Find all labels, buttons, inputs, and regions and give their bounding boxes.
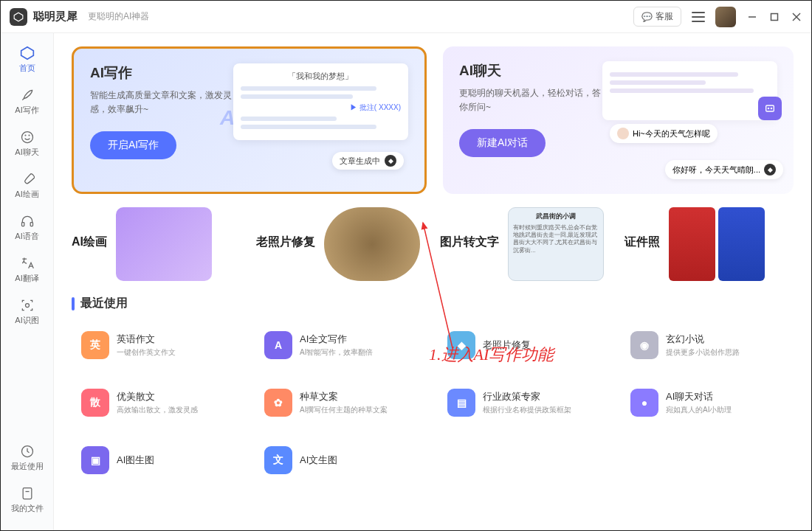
svg-marker-0: [14, 13, 23, 21]
section-title-recent: 最近使用: [72, 296, 794, 311]
hero-chat-title: AI聊天: [459, 61, 602, 80]
recent-item-subtitle: 根据行业名称提供政策框架: [483, 405, 601, 415]
headphone-icon: [19, 213, 35, 229]
recent-item-icon: ▤: [447, 389, 475, 417]
recent-item[interactable]: AAI全文写作AI智能写作，效率翻倍: [255, 322, 427, 369]
recent-item-subtitle: AI智能写作，效率翻倍: [300, 347, 418, 358]
hexagon-icon: ◆: [764, 164, 776, 176]
recent-item-title: AI全文写作: [300, 333, 418, 346]
mock-chat-window: [602, 61, 777, 120]
recent-item-subtitle: 提供更多小说创作思路: [666, 347, 784, 358]
svg-rect-9: [21, 223, 24, 226]
app-subtitle: 更聪明的AI神器: [88, 10, 149, 23]
feature-row: AI绘画 老照片修复 图片转文字武昌街的小调有时候到重庆路买书,总会不自觉地跳武…: [72, 207, 794, 281]
generating-pill: 文章生成中◆: [332, 152, 404, 170]
recent-item-subtitle: AI撰写任何主题的种草文案: [300, 405, 418, 415]
feature-card-photo-restore[interactable]: 老照片修复: [256, 207, 426, 281]
sidebar-item-files[interactable]: 我的文件: [5, 481, 49, 518]
user-avatar[interactable]: [715, 7, 736, 27]
user-avatar-icon: [617, 128, 629, 139]
svg-rect-10: [30, 223, 32, 226]
scan-icon: [19, 297, 35, 313]
recent-item-title: 行业政策专家: [483, 390, 601, 403]
titlebar-right: 💬 客服: [633, 7, 802, 27]
sidebar-item-paint[interactable]: AI绘画: [5, 167, 49, 204]
sidebar-item-home[interactable]: 首页: [5, 41, 49, 78]
recent-item[interactable]: 散优美散文高效输出散文，激发灵感: [72, 379, 244, 426]
ocr-preview-image: 武昌街的小调有时候到重庆路买书,总会不自觉地跳武昌街去走一回,最近发现武昌街大大…: [508, 207, 604, 281]
recent-grid: 英英语作文一键创作英文作文AAI全文写作AI智能写作，效率翻倍◆老照片修复◉玄幻…: [72, 322, 794, 484]
svg-rect-13: [23, 488, 32, 499]
hero-writing-desc: 智能生成高质量文章和文案，激发灵感，效率飙升~: [90, 88, 233, 117]
recent-item[interactable]: ✿种草文案AI撰写任何主题的种草文案: [255, 379, 427, 426]
feature-card-paint[interactable]: AI绘画: [72, 207, 241, 281]
maximize-button[interactable]: [768, 11, 780, 23]
paint-preview-image: [116, 207, 212, 281]
recent-item-title: 种草文案: [300, 390, 418, 403]
feature-card-ocr[interactable]: 图片转文字武昌街的小调有时候到重庆路买书,总会不自觉地跳武昌街去走一回,最近发现…: [440, 207, 610, 281]
svg-point-6: [21, 132, 32, 143]
id-photo-preview-image: [669, 207, 765, 281]
chat-bubble-answer: 你好呀，今天天气晴朗...◆: [665, 160, 783, 179]
recent-item-subtitle: 宛如真人的AI小助理: [666, 405, 784, 415]
hero-chat-desc: 更聪明的聊天机器人，轻松对话，答你所问~: [459, 86, 602, 114]
recent-item-icon: ✿: [264, 389, 292, 417]
translate-icon: [19, 255, 35, 271]
sidebar-item-ocr[interactable]: AI识图: [5, 293, 49, 330]
recent-item-icon: ●: [630, 389, 658, 417]
recent-item[interactable]: 英英语作文一键创作英文作文: [72, 322, 244, 369]
hamburger-menu-icon[interactable]: [692, 12, 705, 22]
app-logo-icon: [10, 8, 27, 26]
recent-item-icon: 英: [81, 331, 109, 359]
recent-item-title: 玄幻小说: [666, 333, 784, 346]
recent-item-icon: A: [264, 331, 292, 359]
new-ai-chat-button[interactable]: 新建AI对话: [459, 129, 546, 157]
recent-item-icon: 散: [81, 389, 109, 417]
recent-item-title: 老照片修复: [483, 339, 601, 352]
recent-item-subtitle: 一键创作英文作文: [117, 347, 235, 358]
recent-item-title: AI聊天对话: [666, 390, 784, 403]
sidebar-item-writing[interactable]: AI写作: [5, 83, 49, 120]
feature-card-id-photo[interactable]: 证件照: [625, 207, 794, 281]
recent-item-icon: 文: [264, 446, 292, 474]
feather-icon: [19, 87, 35, 103]
recent-item[interactable]: 文AI文生图: [255, 437, 427, 484]
recent-item[interactable]: ▣AI图生图: [72, 437, 244, 484]
svg-point-8: [29, 135, 30, 136]
chat-fab-icon: [758, 97, 782, 120]
hero-card-writing[interactable]: AI写作 智能生成高质量文章和文案，激发灵感，效率飙升~ 开启AI写作 AI 「…: [72, 46, 427, 194]
main-content: AI写作 智能生成高质量文章和文案，激发灵感，效率飙升~ 开启AI写作 AI 「…: [54, 33, 811, 530]
chat-bubble-icon: 💬: [641, 12, 653, 22]
sidebar-item-recent[interactable]: 最近使用: [5, 439, 49, 476]
recent-item[interactable]: ▤行业政策专家根据行业名称提供政策框架: [438, 379, 610, 426]
svg-point-16: [768, 108, 768, 108]
minimize-button[interactable]: [746, 11, 758, 23]
start-ai-writing-button[interactable]: 开启AI写作: [90, 131, 176, 159]
recent-item-title: AI文生图: [300, 454, 418, 467]
recent-item-icon: ◉: [630, 331, 658, 359]
sidebar-item-voice[interactable]: AI语音: [5, 209, 49, 246]
svg-rect-2: [771, 13, 778, 20]
close-button[interactable]: [791, 11, 802, 23]
sidebar-item-translate[interactable]: AI翻译: [5, 251, 49, 288]
recent-item[interactable]: ◆老照片修复: [438, 322, 610, 369]
svg-point-17: [771, 108, 771, 108]
recent-item-subtitle: 高效输出散文，激发灵感: [117, 405, 235, 415]
svg-point-7: [25, 135, 26, 136]
clock-icon: [19, 443, 35, 459]
customer-service-button[interactable]: 💬 客服: [633, 7, 681, 27]
sidebar-item-chat[interactable]: AI聊天: [5, 125, 49, 162]
recent-item[interactable]: ◉玄幻小说提供更多小说创作思路: [621, 322, 794, 369]
recent-item-title: 优美散文: [117, 390, 235, 403]
home-icon: [19, 45, 35, 61]
svg-marker-5: [21, 47, 33, 60]
recent-item-title: AI图生图: [117, 454, 235, 467]
photo-restore-preview-image: [324, 207, 420, 281]
recent-item-icon: ◆: [447, 331, 475, 359]
hero-writing-title: AI写作: [90, 63, 233, 83]
mock-document: 「我和我的梦想」 ▶ 批注( XXXX): [233, 63, 408, 140]
hero-card-chat[interactable]: AI聊天 更聪明的聊天机器人，轻松对话，答你所问~ 新建AI对话 Hi~今天的天…: [443, 46, 794, 194]
brush-icon: [19, 171, 35, 187]
recent-item[interactable]: ●AI聊天对话宛如真人的AI小助理: [621, 379, 794, 426]
chat-bubble-question: Hi~今天的天气怎样呢: [610, 124, 718, 143]
